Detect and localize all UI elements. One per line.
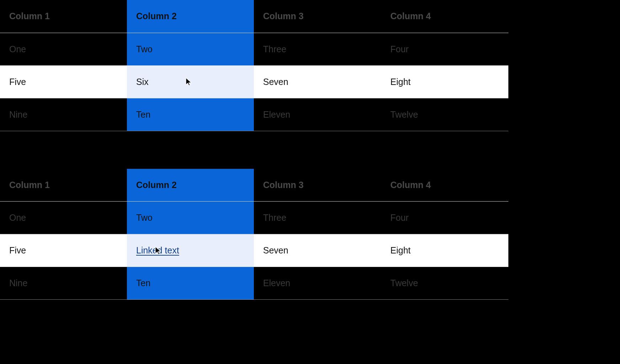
cell: Six (127, 65, 254, 98)
cell: Eight (381, 65, 508, 98)
cell: Twelve (381, 267, 508, 300)
table-row[interactable]: One Two Three Four (0, 202, 508, 234)
cell: Twelve (381, 98, 508, 131)
cell: Four (381, 33, 508, 65)
table-header-row: Column 1 Column 2 Column 3 Column 4 (0, 169, 508, 202)
cell: Two (127, 33, 254, 65)
col-header-4[interactable]: Column 4 (381, 169, 508, 202)
col-header-4[interactable]: Column 4 (381, 0, 508, 33)
col-header-3[interactable]: Column 3 (254, 0, 381, 33)
table-row[interactable]: Five Linked text Seven Eight (0, 234, 508, 267)
table-example-plain: Column 1 Column 2 Column 3 Column 4 One … (0, 0, 620, 131)
cell: Nine (0, 267, 127, 300)
col-header-3[interactable]: Column 3 (254, 169, 381, 202)
cell: Three (254, 202, 381, 234)
cell: Linked text (127, 234, 254, 267)
col-header-1[interactable]: Column 1 (0, 0, 127, 33)
table-header-row: Column 1 Column 2 Column 3 Column 4 (0, 0, 508, 33)
cell: Seven (254, 65, 381, 98)
cell: One (0, 33, 127, 65)
cell: One (0, 202, 127, 234)
data-table: Column 1 Column 2 Column 3 Column 4 One … (0, 169, 508, 300)
cell: Four (381, 202, 508, 234)
cell: Two (127, 202, 254, 234)
cell: Five (0, 234, 127, 267)
cell: Ten (127, 98, 254, 131)
table-row[interactable]: One Two Three Four (0, 33, 508, 65)
table-example-link: Column 1 Column 2 Column 3 Column 4 One … (0, 169, 620, 300)
cell: Eleven (254, 267, 381, 300)
table-row[interactable]: Five Six Seven Eight (0, 65, 508, 98)
table-row[interactable]: Nine Ten Eleven Twelve (0, 98, 508, 131)
cell: Ten (127, 267, 254, 300)
cell: Three (254, 33, 381, 65)
cell: Five (0, 65, 127, 98)
cell: Nine (0, 98, 127, 131)
col-header-2[interactable]: Column 2 (127, 169, 254, 202)
cell-link[interactable]: Linked text (136, 245, 179, 255)
table-row[interactable]: Nine Ten Eleven Twelve (0, 267, 508, 300)
cell: Eight (381, 234, 508, 267)
col-header-2[interactable]: Column 2 (127, 0, 254, 33)
data-table: Column 1 Column 2 Column 3 Column 4 One … (0, 0, 508, 131)
col-header-1[interactable]: Column 1 (0, 169, 127, 202)
cell: Seven (254, 234, 381, 267)
cell: Eleven (254, 98, 381, 131)
